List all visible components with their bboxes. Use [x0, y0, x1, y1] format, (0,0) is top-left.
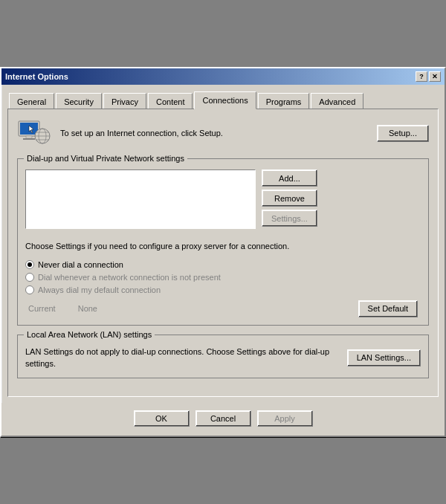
help-button[interactable]: ? [416, 71, 427, 82]
radio-always-dial: Always dial my default connection [25, 285, 421, 294]
connections-panel: To set up an Internet connection, click … [7, 109, 439, 396]
radio-never-dial: Never dial a connection [25, 260, 421, 269]
setup-description: To set up an Internet connection, click … [60, 128, 369, 139]
connection-icon [17, 118, 53, 148]
tab-general[interactable]: General [9, 93, 54, 109]
setup-row: To set up an Internet connection, click … [17, 118, 429, 148]
tab-privacy[interactable]: Privacy [103, 93, 146, 109]
radio-never-dial-label: Never dial a connection [38, 260, 123, 269]
tab-bar: General Security Privacy Content Connect… [7, 91, 439, 109]
proxy-description: Choose Settings if you need to configure… [25, 241, 421, 252]
radio-always-dial-input[interactable] [25, 285, 34, 294]
dial-options: Never dial a connection Dial whenever a … [25, 260, 421, 294]
current-value: None [78, 304, 97, 313]
lan-row: LAN Settings do not apply to dial-up con… [25, 346, 421, 370]
apply-button[interactable]: Apply [257, 410, 313, 427]
radio-always-dial-label: Always dial my default connection [38, 285, 161, 294]
lan-group-label: Local Area Network (LAN) settings [24, 330, 155, 339]
internet-options-window: Internet Options ? ✕ General Security Pr… [0, 67, 446, 436]
radio-dial-when-label: Dial whenever a network connection is no… [38, 273, 221, 282]
current-row: Current None Set Default [25, 300, 421, 317]
add-button[interactable]: Add... [262, 169, 317, 187]
lan-settings-button[interactable]: LAN Settings... [347, 349, 421, 366]
dialup-group: Dial-up and Virtual Private Network sett… [17, 158, 429, 325]
vpn-buttons: Add... Remove Settings... [262, 169, 317, 235]
remove-button[interactable]: Remove [262, 190, 317, 207]
radio-never-dial-input[interactable] [25, 260, 34, 269]
tab-security[interactable]: Security [56, 93, 102, 109]
set-default-button[interactable]: Set Default [358, 300, 418, 317]
settings-button[interactable]: Settings... [262, 210, 317, 227]
close-button[interactable]: ✕ [429, 71, 441, 82]
vpn-section: Add... Remove Settings... [25, 169, 421, 235]
radio-dial-when-input[interactable] [25, 273, 34, 282]
svg-rect-2 [26, 136, 32, 138]
tab-content[interactable]: Content [148, 93, 193, 109]
bottom-buttons: OK Cancel Apply [1, 403, 445, 436]
cancel-button[interactable]: Cancel [195, 410, 251, 427]
ok-button[interactable]: OK [134, 410, 190, 427]
lan-group: Local Area Network (LAN) settings LAN Se… [17, 335, 429, 378]
tab-connections[interactable]: Connections [194, 91, 256, 109]
window-title: Internet Options [5, 72, 68, 81]
current-label: Current [28, 304, 56, 313]
setup-button[interactable]: Setup... [377, 125, 429, 142]
title-bar-buttons: ? ✕ [416, 71, 441, 82]
tab-programs[interactable]: Programs [258, 93, 310, 109]
radio-dial-when: Dial whenever a network connection is no… [25, 273, 421, 282]
title-bar: Internet Options ? ✕ [1, 68, 445, 85]
tab-advanced[interactable]: Advanced [311, 93, 363, 109]
vpn-list[interactable] [25, 169, 256, 229]
svg-rect-3 [23, 138, 35, 140]
lan-description: LAN Settings do not apply to dial-up con… [25, 346, 340, 370]
dialog-content: General Security Privacy Content Connect… [1, 85, 445, 402]
dialup-group-label: Dial-up and Virtual Private Network sett… [24, 154, 187, 163]
